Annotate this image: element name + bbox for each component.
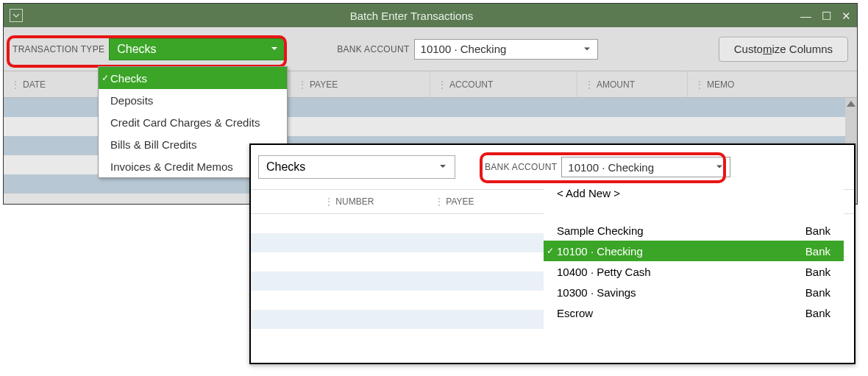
bank-account-menu: < Add New > Sample CheckingBank 10100 · … — [544, 182, 844, 323]
table-row[interactable] — [251, 252, 544, 272]
type-menu-item-checks[interactable]: Checks — [99, 67, 287, 89]
minimize-icon[interactable]: — — [800, 10, 811, 21]
toolbar: TRANSACTION TYPE Checks BANK ACCOUNT 101… — [4, 27, 857, 71]
table-row[interactable] — [251, 214, 544, 233]
chevron-down-icon — [438, 160, 447, 174]
fg-transaction-type-dropdown[interactable]: Checks — [258, 155, 455, 179]
col-payee: PAYEE — [310, 79, 338, 90]
titlebar: Batch Enter Transactions — ☐ ✕ — [4, 4, 857, 27]
window-controls: — ☐ ✕ — [800, 10, 851, 21]
type-menu-item-deposits[interactable]: Deposits — [99, 89, 287, 111]
chevron-down-icon — [270, 43, 279, 56]
customize-columns-label-post: ize Columns — [772, 43, 833, 55]
fg-bank-account-label: BANK ACCOUNT — [485, 162, 557, 172]
foreground-panel: Checks BANK ACCOUNT 10100 · Checking ⋮ N… — [249, 143, 855, 364]
account-menu-item-type: Bank — [805, 286, 830, 299]
scroll-up-icon[interactable] — [847, 101, 855, 107]
account-menu-item-type: Bank — [805, 266, 830, 278]
table-row[interactable] — [251, 310, 544, 329]
grip-icon: ⋮ — [11, 79, 20, 90]
bank-account-label: BANK ACCOUNT — [337, 44, 409, 54]
account-menu-item[interactable]: 10300 · SavingsBank — [544, 282, 844, 302]
fg-transaction-type-value: Checks — [266, 160, 305, 174]
type-menu-item-cc-charges[interactable]: Credit Card Charges & Credits — [99, 111, 287, 133]
transaction-type-label: TRANSACTION TYPE — [13, 44, 104, 54]
chevron-down-icon — [583, 43, 591, 55]
account-menu-item-type: Bank — [805, 224, 830, 237]
account-menu-item-type: Bank — [805, 245, 830, 258]
close-icon[interactable]: ✕ — [842, 10, 851, 21]
customize-columns-label-m: m — [763, 43, 772, 55]
account-menu-item-name: Escrow — [557, 307, 593, 319]
account-menu-item[interactable]: 10100 · CheckingBank — [544, 241, 844, 261]
grip-icon: ⋮ — [298, 79, 307, 90]
account-menu-item-name: 10400 · Petty Cash — [557, 266, 651, 278]
fg-bank-account-dropdown[interactable]: 10100 · Checking — [561, 157, 730, 177]
col-account: ACCOUNT — [449, 79, 493, 90]
fg-col-payee: PAYEE — [446, 196, 474, 207]
col-amount: AMOUNT — [597, 79, 635, 90]
account-menu-item-name: 10100 · Checking — [557, 245, 643, 258]
chevron-down-icon — [715, 161, 724, 174]
bank-account-value: 10100 · Checking — [421, 43, 507, 55]
table-row[interactable] — [251, 291, 544, 310]
grip-icon: ⋮ — [438, 79, 447, 90]
col-memo: MEMO — [707, 79, 734, 90]
transaction-type-dropdown[interactable]: Checks — [109, 38, 285, 60]
fg-bank-account-value: 10100 · Checking — [568, 161, 654, 174]
fg-col-number: NUMBER — [335, 196, 374, 207]
col-date: DATE — [23, 79, 46, 90]
account-menu-item[interactable]: EscrowBank — [544, 302, 844, 323]
account-menu-item-name: 10300 · Savings — [557, 286, 636, 299]
account-menu-item[interactable]: Sample CheckingBank — [544, 220, 844, 241]
account-menu-item-type: Bank — [805, 307, 830, 319]
table-row[interactable] — [251, 329, 544, 348]
account-menu-item-name: Sample Checking — [557, 224, 644, 237]
table-row[interactable] — [251, 233, 544, 252]
customize-columns-label-pre: Custo — [734, 43, 763, 55]
bank-account-dropdown[interactable]: 10100 · Checking — [414, 39, 598, 60]
grip-icon: ⋮ — [585, 79, 594, 90]
customize-columns-button[interactable]: Customize Columns — [719, 37, 848, 62]
account-menu-item[interactable]: 10400 · Petty CashBank — [544, 261, 844, 282]
account-menu-add-new[interactable]: < Add New > — [544, 182, 844, 204]
window-menu-icon[interactable] — [10, 9, 23, 22]
transaction-type-value: Checks — [117, 43, 156, 56]
table-row[interactable] — [251, 272, 544, 291]
window-title: Batch Enter Transactions — [23, 10, 800, 22]
grip-icon: ⋮ — [695, 79, 704, 90]
maximize-icon[interactable]: ☐ — [822, 10, 831, 21]
